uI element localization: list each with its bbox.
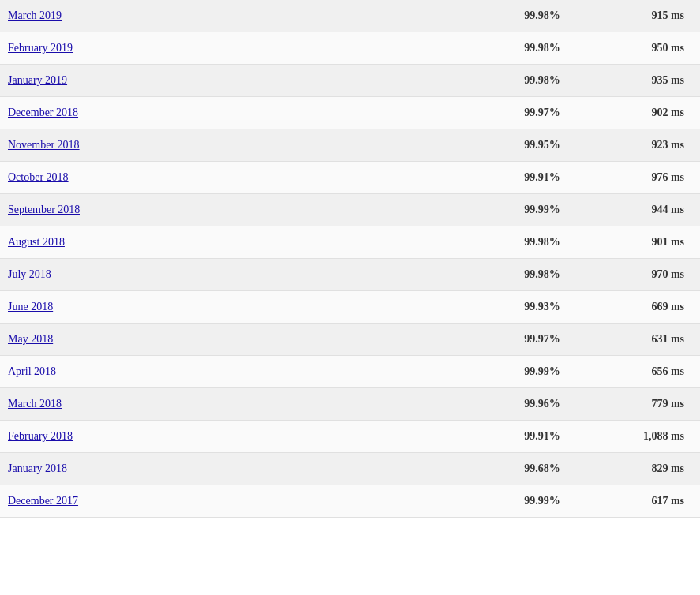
response-time-value: 970 ms: [590, 268, 692, 281]
uptime-value: 99.98%: [495, 236, 590, 249]
month-link-march-2018[interactable]: March 2018: [8, 398, 62, 410]
month-column: August 2018: [8, 236, 495, 249]
response-time-value: 915 ms: [590, 9, 692, 22]
month-column: September 2018: [8, 204, 495, 216]
month-column: April 2018: [8, 365, 495, 378]
table-row: February 201999.98%950 ms: [0, 32, 700, 65]
month-link-december-2018[interactable]: December 2018: [8, 107, 78, 118]
response-time-value: 779 ms: [590, 398, 692, 410]
month-column: January 2019: [8, 74, 495, 87]
month-link-april-2018[interactable]: April 2018: [8, 365, 56, 377]
month-link-july-2018[interactable]: July 2018: [8, 268, 51, 280]
month-column: October 2018: [8, 171, 495, 184]
uptime-value: 99.96%: [495, 398, 590, 410]
table-row: April 201899.99%656 ms: [0, 356, 700, 388]
uptime-value: 99.98%: [495, 9, 590, 22]
response-time-value: 902 ms: [590, 107, 692, 119]
table-row: September 201899.99%944 ms: [0, 194, 700, 226]
table-row: November 201899.95%923 ms: [0, 129, 700, 162]
response-time-value: 669 ms: [590, 301, 692, 313]
response-time-value: 944 ms: [590, 204, 692, 216]
uptime-table: March 201999.98%915 msFebruary 201999.98…: [0, 0, 700, 595]
month-column: May 2018: [8, 333, 495, 346]
table-row: March 201899.96%779 ms: [0, 388, 700, 421]
response-time-value: 935 ms: [590, 74, 692, 87]
uptime-value: 99.99%: [495, 495, 590, 507]
month-link-august-2018[interactable]: August 2018: [8, 236, 65, 248]
uptime-value: 99.91%: [495, 430, 590, 443]
uptime-value: 99.68%: [495, 462, 590, 475]
month-link-january-2018[interactable]: January 2018: [8, 462, 67, 474]
response-time-value: 976 ms: [590, 171, 692, 184]
response-time-value: 656 ms: [590, 365, 692, 378]
response-time-value: 617 ms: [590, 495, 692, 507]
uptime-value: 99.98%: [495, 268, 590, 281]
uptime-value: 99.93%: [495, 301, 590, 313]
table-row: October 201899.91%976 ms: [0, 162, 700, 194]
table-row: March 201999.98%915 ms: [0, 0, 700, 32]
response-time-value: 901 ms: [590, 236, 692, 249]
month-column: February 2018: [8, 430, 495, 443]
table-row: January 201899.68%829 ms: [0, 453, 700, 485]
month-column: March 2019: [8, 9, 495, 22]
uptime-value: 99.99%: [495, 204, 590, 216]
response-time-value: 829 ms: [590, 462, 692, 475]
month-link-march-2019[interactable]: March 2019: [8, 9, 62, 21]
uptime-value: 99.91%: [495, 171, 590, 184]
month-column: February 2019: [8, 42, 495, 54]
table-row: January 201999.98%935 ms: [0, 65, 700, 97]
response-time-value: 923 ms: [590, 139, 692, 152]
month-column: June 2018: [8, 301, 495, 313]
month-link-december-2017[interactable]: December 2017: [8, 495, 78, 507]
month-column: March 2018: [8, 398, 495, 410]
month-link-january-2019[interactable]: January 2019: [8, 74, 67, 86]
uptime-value: 99.97%: [495, 333, 590, 346]
uptime-value: 99.99%: [495, 365, 590, 378]
table-row: June 201899.93%669 ms: [0, 291, 700, 324]
table-row: December 201799.99%617 ms: [0, 485, 700, 518]
table-row: December 201899.97%902 ms: [0, 97, 700, 129]
month-column: January 2018: [8, 462, 495, 475]
month-link-february-2019[interactable]: February 2019: [8, 42, 73, 54]
month-column: July 2018: [8, 268, 495, 281]
uptime-value: 99.98%: [495, 42, 590, 54]
uptime-value: 99.95%: [495, 139, 590, 152]
table-row: May 201899.97%631 ms: [0, 324, 700, 356]
month-link-november-2018[interactable]: November 2018: [8, 139, 80, 151]
table-row: July 201899.98%970 ms: [0, 259, 700, 291]
response-time-value: 631 ms: [590, 333, 692, 346]
month-column: November 2018: [8, 139, 495, 152]
month-link-february-2018[interactable]: February 2018: [8, 430, 73, 442]
response-time-value: 950 ms: [590, 42, 692, 54]
month-column: December 2018: [8, 107, 495, 119]
month-link-september-2018[interactable]: September 2018: [8, 204, 80, 215]
uptime-value: 99.97%: [495, 107, 590, 119]
month-link-may-2018[interactable]: May 2018: [8, 333, 53, 345]
month-link-october-2018[interactable]: October 2018: [8, 171, 69, 183]
uptime-value: 99.98%: [495, 74, 590, 87]
month-column: December 2017: [8, 495, 495, 507]
table-row: February 201899.91%1,088 ms: [0, 421, 700, 453]
month-link-june-2018[interactable]: June 2018: [8, 301, 53, 312]
response-time-value: 1,088 ms: [590, 430, 692, 443]
table-row: August 201899.98%901 ms: [0, 226, 700, 259]
